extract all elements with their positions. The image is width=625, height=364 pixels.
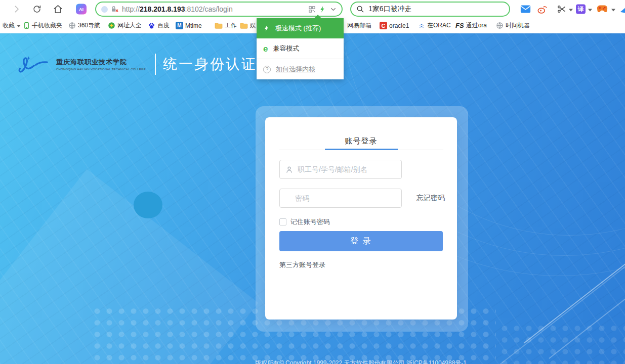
folder-icon [215, 22, 223, 29]
folder-icon [240, 22, 248, 29]
bookmark-baidu[interactable]: 百度 [148, 18, 170, 33]
tab-active-indicator [325, 149, 398, 150]
menu-item-kernel-help[interactable]: ? 如何选择内核 [257, 59, 344, 79]
browser-toolbar: AI http://218.201.8.193:8102/cas/login [0, 0, 625, 18]
password-input[interactable] [295, 194, 396, 202]
insecure-lock-icon[interactable] [111, 5, 119, 13]
translate-menu-caret[interactable] [588, 9, 592, 14]
remember-label: 记住账号密码 [290, 217, 330, 226]
remember-checkbox[interactable] [279, 218, 286, 225]
login-page: 重庆海联职业技术学院 CHONGQING HAILIAN VOCATIONAL … [0, 33, 625, 364]
user-icon [285, 165, 294, 174]
brand-header: 重庆海联职业技术学院 CHONGQING HAILIAN VOCATIONAL … [17, 54, 257, 75]
bookmark-netease-mail[interactable]: 网易邮箱 [347, 18, 371, 33]
bookmark-oracle[interactable]: C oracle1 [380, 18, 409, 33]
scissors-menu-caret[interactable] [569, 9, 573, 14]
menu-item-compat-mode[interactable]: e 兼容模式 [257, 38, 344, 59]
refresh-icon[interactable] [32, 5, 41, 14]
home-icon[interactable] [53, 5, 63, 14]
favorites-caret-icon [17, 25, 21, 29]
bookmark-time-machine[interactable]: 时间机器 [496, 18, 530, 33]
question-icon: ? [263, 66, 271, 73]
bookmark-fs[interactable]: FS 通过ora [455, 18, 487, 33]
qr-code-icon[interactable] [308, 6, 316, 13]
bookmark-site-directory[interactable]: 网址大全 [108, 18, 142, 33]
game-center-icon[interactable] [596, 5, 608, 14]
browser-window: AI http://218.201.8.193:8102/cas/login [0, 0, 625, 364]
background-dots [498, 323, 625, 364]
search-box[interactable] [350, 2, 510, 17]
chevrons-icon [418, 22, 425, 29]
globe-icon [496, 22, 504, 29]
bookmark-360-nav[interactable]: 360导航 [68, 18, 100, 33]
lightning-icon [263, 25, 270, 32]
forward-icon[interactable] [12, 5, 21, 14]
kernel-dropdown-chevron-icon[interactable] [329, 6, 337, 13]
site-icon [101, 6, 108, 13]
bookmark-folder-entertainment[interactable]: 娱 [240, 18, 256, 33]
globe-icon [68, 22, 76, 29]
ai-assistant-icon[interactable]: AI [76, 4, 87, 15]
password-field-wrap [279, 189, 402, 208]
login-button[interactable]: 登 录 [279, 231, 443, 251]
mtime-icon: M [176, 22, 183, 29]
weibo-icon[interactable] [537, 5, 548, 14]
brand-divider [155, 54, 156, 75]
username-field-wrap [279, 160, 402, 179]
menu-item-speed-mode[interactable]: 极速模式 (推荐) [257, 18, 344, 38]
bookmark-mobile-favorites[interactable]: 手机收藏夹 [23, 18, 62, 33]
bookmark-folder-work[interactable]: 工作 [215, 18, 237, 33]
tab-account-login[interactable]: 账号登录 [265, 136, 457, 146]
background-circle [134, 192, 162, 218]
phone-icon [23, 22, 30, 29]
menu-notch [314, 15, 321, 18]
username-input[interactable] [298, 165, 396, 173]
oracle-icon: C [380, 22, 387, 29]
page-title: 统一身份认证 [163, 55, 257, 74]
favorites-label: 收藏 [3, 21, 15, 30]
remember-row: 记住账号密码 [279, 217, 330, 226]
third-party-login-link[interactable]: 第三方账号登录 [279, 260, 325, 269]
ie-compat-icon: e [263, 44, 268, 53]
screenshot-scissors-icon[interactable] [557, 5, 566, 14]
login-card: 账号登录 忘记密码 记住账号密码 登 录 第三方账号登录 [265, 117, 457, 320]
address-bar[interactable]: http://218.201.8.193:8102/cas/login [95, 2, 343, 17]
college-name-block: 重庆海联职业技术学院 CHONGQING HAILIAN VOCATIONAL … [56, 58, 146, 71]
fs-icon: FS [455, 22, 464, 29]
url-text[interactable]: http://218.201.8.193:8102/cas/login [122, 5, 305, 13]
copyright-text: 版权所有© Copyright 1999-2022 天方软件股份有限公司 浙IC… [229, 359, 492, 364]
baidu-paw-icon [148, 22, 155, 29]
search-icon [356, 5, 364, 13]
search-input[interactable] [368, 5, 504, 13]
kernel-mode-menu: 极速模式 (推荐) e 兼容模式 ? 如何选择内核 [257, 18, 344, 79]
mail-icon[interactable] [520, 5, 531, 14]
plus-circle-icon [108, 22, 115, 29]
college-name-zh: 重庆海联职业技术学院 [56, 58, 146, 67]
edit-tool-icon[interactable] [619, 5, 625, 13]
translate-icon[interactable]: 译 [576, 5, 586, 14]
favorites-menu[interactable]: 收藏 [3, 18, 21, 33]
bookmark-mtime[interactable]: M Mtime [176, 18, 202, 33]
college-logo [17, 55, 50, 74]
college-name-en: CHONGQING HAILIAN VOCATIONAL TECHNICAL C… [56, 68, 146, 71]
bookmark-oracle-doc[interactable]: 在ORAC [418, 18, 451, 33]
forgot-password-link[interactable]: 忘记密码 [416, 194, 445, 203]
game-menu-caret[interactable] [611, 9, 615, 14]
speed-mode-lightning-icon[interactable] [319, 6, 326, 13]
